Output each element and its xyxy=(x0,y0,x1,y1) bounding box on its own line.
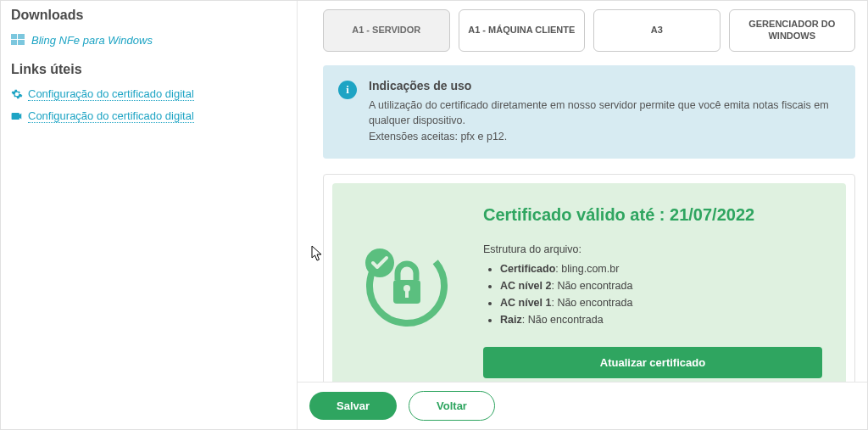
download-link[interactable]: Bling NFe para Windows xyxy=(31,34,153,47)
useful-link-row: Configuração do certificado digital xyxy=(11,109,287,123)
info-box: i Indicações de uso A utilização do cert… xyxy=(323,65,855,159)
svg-rect-0 xyxy=(11,34,17,39)
windows-icon xyxy=(11,33,25,47)
config-cert-link-1[interactable]: Configuração do certificado digital xyxy=(28,87,194,101)
main-content: A1 - SERVIDOR A1 - MÁQUINA CLIENTE A3 GE… xyxy=(298,1,867,429)
tab-gerenciador-windows[interactable]: GERENCIADOR DO WINDOWS xyxy=(729,9,856,52)
update-cert-button[interactable]: Atualizar certificado xyxy=(483,347,822,378)
downloads-heading: Downloads xyxy=(11,8,287,23)
list-item: AC nível 2: Não encontrada xyxy=(500,277,822,294)
info-line1: A utilização do certificado diretamente … xyxy=(369,98,840,130)
footer-actions: Salvar Voltar xyxy=(298,382,867,429)
list-item: Raiz: Não encontrada xyxy=(500,311,822,328)
svg-rect-3 xyxy=(18,40,25,45)
lock-check-icon xyxy=(356,231,458,335)
download-item: Bling NFe para Windows xyxy=(11,33,287,47)
svg-rect-2 xyxy=(11,40,17,45)
cert-title: Certificado válido até : 21/07/2022 xyxy=(483,205,822,225)
save-button[interactable]: Salvar xyxy=(309,392,397,420)
gear-icon xyxy=(11,88,23,100)
info-icon: i xyxy=(338,81,357,99)
list-item: AC nível 1: Não encontrada xyxy=(500,294,822,311)
svg-rect-8 xyxy=(405,290,409,298)
tab-bar: A1 - SERVIDOR A1 - MÁQUINA CLIENTE A3 GE… xyxy=(323,9,855,52)
useful-link-row: Configuração do certificado digital xyxy=(11,87,287,101)
tab-a3[interactable]: A3 xyxy=(593,9,721,52)
config-cert-link-2[interactable]: Configuração do certificado digital xyxy=(28,109,194,123)
cert-structure-list: Certificado: bling.com.br AC nível 2: Nã… xyxy=(483,260,822,328)
video-icon xyxy=(11,110,23,122)
tab-a1-servidor[interactable]: A1 - SERVIDOR xyxy=(323,9,450,52)
info-title: Indicações de uso xyxy=(369,79,840,92)
tab-a1-maquina-cliente[interactable]: A1 - MÁQUINA CLIENTE xyxy=(459,9,586,52)
links-heading: Links úteis xyxy=(11,62,287,77)
sidebar: Downloads Bling NFe para Windows Links ú… xyxy=(1,1,298,429)
back-button[interactable]: Voltar xyxy=(409,391,495,421)
cert-structure-label: Estrutura do arquivo: xyxy=(483,243,822,255)
list-item: Certificado: bling.com.br xyxy=(500,260,822,277)
svg-rect-1 xyxy=(18,34,25,39)
info-line2: Extensões aceitas: pfx e p12. xyxy=(369,129,840,145)
